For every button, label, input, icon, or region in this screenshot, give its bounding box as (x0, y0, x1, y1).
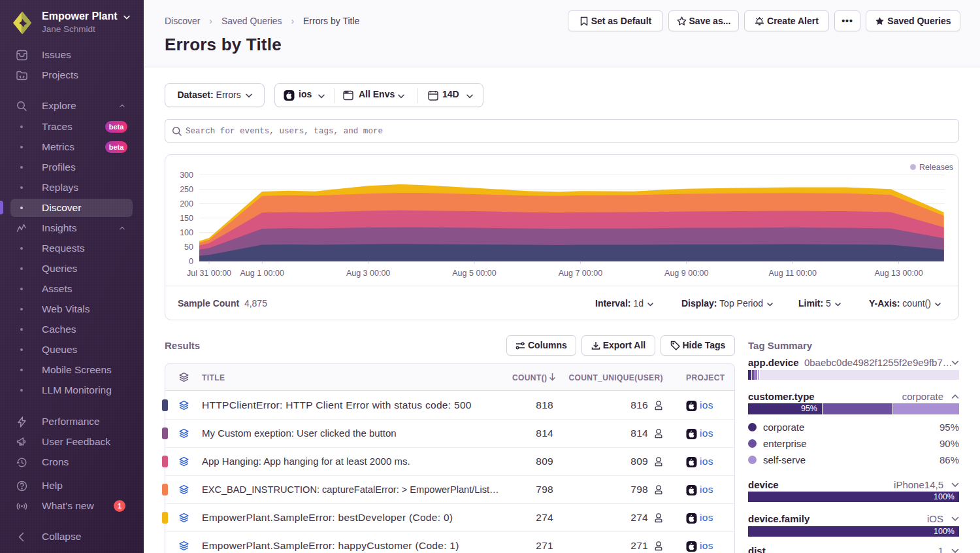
svg-text:200: 200 (180, 199, 193, 209)
svg-text:Aug 5 00:00: Aug 5 00:00 (452, 269, 496, 278)
svg-text:Aug 13 00:00: Aug 13 00:00 (874, 269, 923, 278)
svg-text:150: 150 (180, 214, 193, 223)
svg-text:0: 0 (189, 257, 193, 266)
svg-text:100: 100 (180, 228, 193, 237)
svg-text:300: 300 (180, 171, 193, 180)
svg-text:Aug 3 00:00: Aug 3 00:00 (346, 269, 390, 278)
svg-text:Aug 7 00:00: Aug 7 00:00 (559, 269, 602, 278)
svg-text:Aug 9 00:00: Aug 9 00:00 (664, 269, 708, 278)
svg-text:Jul 31 00:00: Jul 31 00:00 (187, 269, 231, 278)
svg-text:Aug 11 00:00: Aug 11 00:00 (768, 269, 816, 278)
svg-text:250: 250 (180, 185, 193, 194)
svg-text:Aug 1 00:00: Aug 1 00:00 (240, 269, 284, 278)
svg-text:50: 50 (184, 243, 193, 252)
